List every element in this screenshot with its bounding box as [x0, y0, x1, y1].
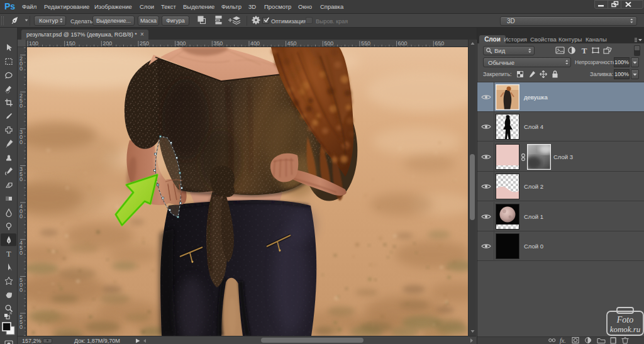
svg-text:150: 150 — [66, 40, 75, 47]
svg-text:T: T — [6, 250, 11, 258]
svg-text:komok.ru: komok.ru — [610, 325, 641, 334]
svg-text:0: 0 — [19, 139, 23, 145]
svg-text:0: 0 — [19, 324, 23, 330]
svg-text:500: 500 — [324, 40, 333, 47]
svg-text:T: T — [582, 46, 587, 55]
svg-text:0: 0 — [19, 287, 23, 293]
svg-text:400: 400 — [250, 40, 260, 47]
svg-text:0: 0 — [19, 65, 23, 72]
svg-text:600: 600 — [398, 40, 408, 47]
svg-text:250: 250 — [140, 40, 149, 47]
svg-text:0: 0 — [19, 250, 23, 256]
svg-text:200: 200 — [103, 40, 112, 47]
svg-text:fx.: fx. — [560, 337, 566, 344]
svg-text:Foto: Foto — [616, 315, 633, 325]
svg-text:0: 0 — [19, 103, 23, 109]
svg-text:0: 0 — [19, 176, 23, 182]
svg-text:450: 450 — [287, 40, 297, 47]
svg-text:350: 350 — [213, 40, 223, 47]
svg-text:650: 650 — [435, 40, 444, 47]
svg-text:0: 0 — [19, 213, 23, 219]
svg-text:300: 300 — [177, 40, 186, 47]
svg-text:100: 100 — [29, 40, 38, 47]
svg-text:550: 550 — [361, 40, 370, 47]
